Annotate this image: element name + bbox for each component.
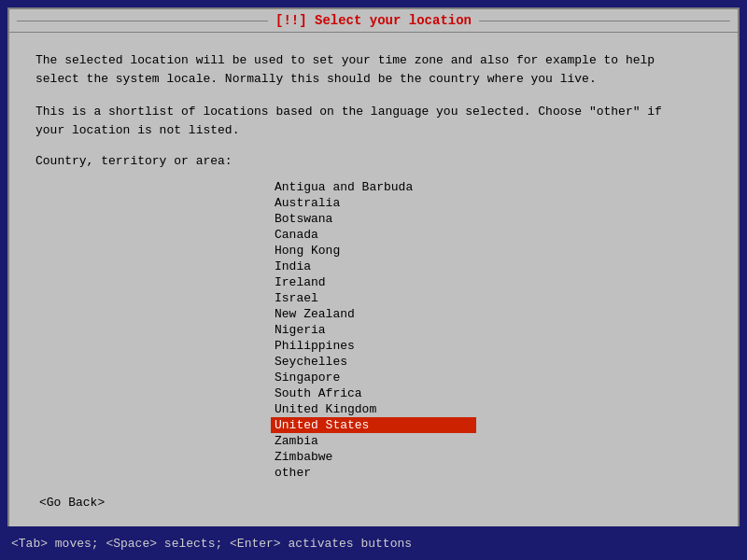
country-list-item[interactable]: Canada (271, 227, 476, 243)
go-back-area: <Go Back> (35, 496, 712, 517)
content-area: The selected location will be used to se… (9, 33, 738, 536)
country-list-item[interactable]: Israel (271, 290, 476, 306)
country-list-item[interactable]: United States (271, 417, 476, 433)
country-list-item[interactable]: Seychelles (271, 354, 476, 370)
country-list-item[interactable]: Zambia (271, 433, 476, 449)
title-bar: [!!] Select your location (9, 9, 738, 33)
country-label: Country, territory or area: (35, 154, 712, 168)
title-bar-text: [!!] Select your location (275, 13, 472, 28)
country-list-item[interactable]: Antigua and Barbuda (271, 179, 476, 195)
main-window: [!!] Select your location The selected l… (7, 7, 740, 526)
country-list-item[interactable]: South Africa (271, 385, 476, 401)
description-line1: The selected location will be used to se… (35, 51, 712, 70)
description-line2: select the system locale. Normally this … (35, 70, 712, 89)
shortlist-line2: your location is not listed. (35, 121, 712, 140)
country-list-item[interactable]: Zimbabwe (271, 449, 476, 465)
country-list-item[interactable]: Hong Kong (271, 243, 476, 259)
country-list-item[interactable]: Singapore (271, 370, 476, 385)
shortlist-note: This is a shortlist of locations based o… (35, 103, 712, 139)
country-list-item[interactable]: New Zealand (271, 306, 476, 322)
country-list-item[interactable]: Botswana (271, 211, 476, 227)
shortlist-line1: This is a shortlist of locations based o… (35, 103, 712, 121)
description: The selected location will be used to se… (35, 51, 712, 88)
country-list-item[interactable]: Ireland (271, 274, 476, 290)
country-list-item[interactable]: United Kingdom (271, 401, 476, 417)
country-list: Antigua and BarbudaAustraliaBotswanaCana… (271, 179, 476, 481)
country-list-item[interactable]: Philippines (271, 338, 476, 354)
country-list-container: Antigua and BarbudaAustraliaBotswanaCana… (35, 179, 712, 481)
status-text: <Tab> moves; <Space> selects; <Enter> ac… (11, 537, 412, 551)
country-list-item[interactable]: Nigeria (271, 322, 476, 338)
country-list-item[interactable]: other (271, 465, 476, 481)
status-bar: <Tab> moves; <Space> selects; <Enter> ac… (0, 526, 747, 560)
country-list-item[interactable]: Australia (271, 195, 476, 211)
go-back-button[interactable]: <Go Back> (35, 496, 108, 510)
country-list-item[interactable]: India (271, 259, 476, 274)
